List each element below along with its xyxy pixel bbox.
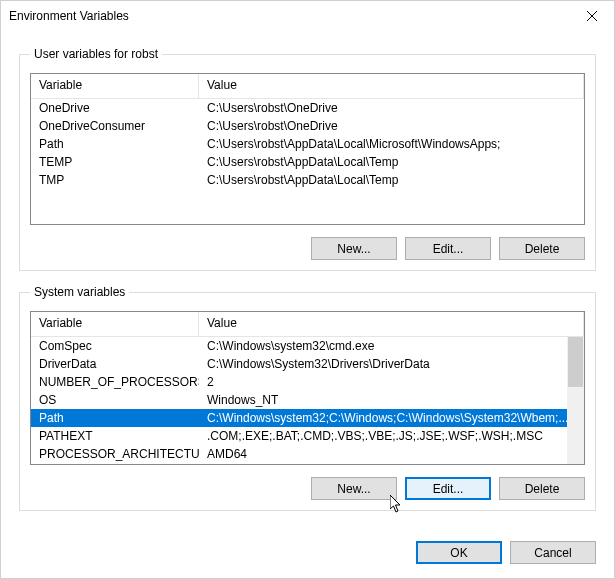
cell-variable: Path [31,137,199,151]
user-variables-group: User variables for robst Variable Value … [19,47,596,271]
user-edit-button[interactable]: Edit... [405,237,491,260]
user-delete-button[interactable]: Delete [499,237,585,260]
cell-variable: Path [31,411,199,425]
system-buttons-row: New... Edit... Delete [30,477,585,500]
table-row[interactable]: OSWindows_NT [31,391,584,409]
cell-variable: PROCESSOR_ARCHITECTURE [31,447,199,461]
list-body: OneDriveC:\Users\robst\OneDriveOneDriveC… [31,99,584,224]
system-variables-legend: System variables [30,285,129,299]
window-title: Environment Variables [9,9,129,23]
cell-value: C:\Windows\System32\Drivers\DriverData [199,357,584,371]
cell-value: C:\Windows\system32\cmd.exe [199,339,584,353]
environment-variables-dialog: Environment Variables User variables for… [0,0,615,579]
user-new-button[interactable]: New... [311,237,397,260]
cell-value: Windows_NT [199,393,584,407]
cell-value: C:\Users\robst\OneDrive [199,101,584,115]
cell-variable: OneDrive [31,101,199,115]
user-variables-legend: User variables for robst [30,47,162,61]
cell-variable: TEMP [31,155,199,169]
system-delete-button[interactable]: Delete [499,477,585,500]
cell-value: .COM;.EXE;.BAT;.CMD;.VBS;.VBE;.JS;.JSE;.… [199,429,584,443]
table-row[interactable]: TEMPC:\Users\robst\AppData\Local\Temp [31,153,584,171]
ok-button[interactable]: OK [416,541,502,564]
cell-variable: OS [31,393,199,407]
cell-value: AMD64 [199,447,584,461]
table-row[interactable]: OneDriveConsumerC:\Users\robst\OneDrive [31,117,584,135]
list-header: Variable Value [31,312,584,337]
user-variables-list[interactable]: Variable Value OneDriveC:\Users\robst\On… [30,73,585,225]
table-row[interactable]: ComSpecC:\Windows\system32\cmd.exe [31,337,584,355]
column-header-variable[interactable]: Variable [31,74,199,98]
user-buttons-row: New... Edit... Delete [30,237,585,260]
cell-variable: PATHEXT [31,429,199,443]
dialog-content: User variables for robst Variable Value … [1,31,614,527]
close-icon [587,11,597,21]
scrollbar[interactable] [567,337,584,464]
cell-value: C:\Users\robst\AppData\Local\Microsoft\W… [199,137,584,151]
scrollbar-thumb[interactable] [568,337,583,387]
titlebar: Environment Variables [1,1,614,31]
table-row[interactable]: PathC:\Users\robst\AppData\Local\Microso… [31,135,584,153]
table-row[interactable]: PATHEXT.COM;.EXE;.BAT;.CMD;.VBS;.VBE;.JS… [31,427,584,445]
table-row[interactable]: DriverDataC:\Windows\System32\Drivers\Dr… [31,355,584,373]
close-button[interactable] [569,1,614,31]
table-row[interactable]: TMPC:\Users\robst\AppData\Local\Temp [31,171,584,189]
table-row[interactable]: NUMBER_OF_PROCESSORS2 [31,373,584,391]
table-row[interactable]: PROCESSOR_ARCHITECTUREAMD64 [31,445,584,463]
cell-value: C:\Users\robst\OneDrive [199,119,584,133]
system-new-button[interactable]: New... [311,477,397,500]
system-variables-group: System variables Variable Value ComSpecC… [19,285,596,511]
cell-variable: TMP [31,173,199,187]
table-row[interactable]: OneDriveC:\Users\robst\OneDrive [31,99,584,117]
system-edit-button[interactable]: Edit... [405,477,491,500]
cell-variable: ComSpec [31,339,199,353]
column-header-value[interactable]: Value [199,74,584,98]
cell-value: C:\Users\robst\AppData\Local\Temp [199,155,584,169]
cell-value: 2 [199,375,584,389]
column-header-value[interactable]: Value [199,312,584,336]
cell-variable: OneDriveConsumer [31,119,199,133]
dialog-buttons-row: OK Cancel [1,527,614,578]
column-header-variable[interactable]: Variable [31,312,199,336]
list-header: Variable Value [31,74,584,99]
cell-variable: NUMBER_OF_PROCESSORS [31,375,199,389]
cell-variable: DriverData [31,357,199,371]
table-row[interactable]: PathC:\Windows\system32;C:\Windows;C:\Wi… [31,409,584,427]
cell-value: C:\Windows\system32;C:\Windows;C:\Window… [199,411,584,425]
list-body: ComSpecC:\Windows\system32\cmd.exeDriver… [31,337,584,464]
cell-value: C:\Users\robst\AppData\Local\Temp [199,173,584,187]
system-variables-list[interactable]: Variable Value ComSpecC:\Windows\system3… [30,311,585,465]
cancel-button[interactable]: Cancel [510,541,596,564]
